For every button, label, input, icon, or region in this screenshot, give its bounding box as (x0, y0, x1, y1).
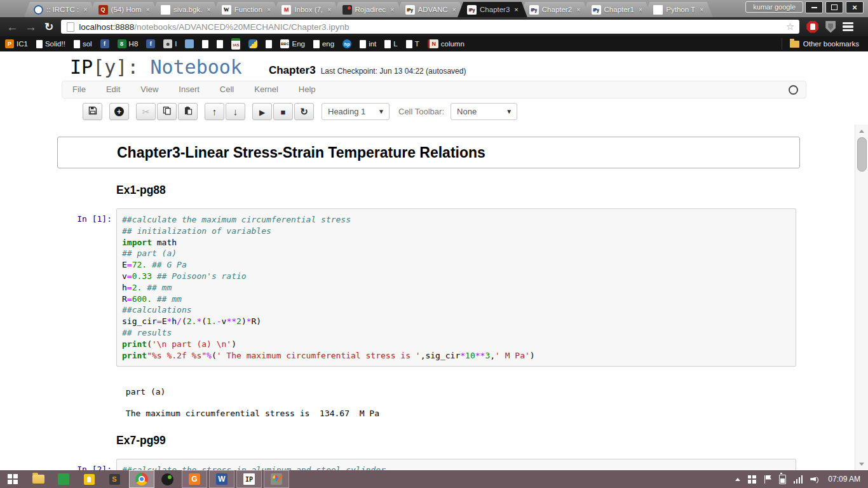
menu-file[interactable]: File (62, 81, 96, 98)
start-button[interactable] (0, 470, 25, 488)
cell-toolbar-select[interactable]: None ▼ (451, 103, 517, 120)
bookmark-item[interactable]: f (100, 39, 109, 48)
bookmark-item[interactable]: PIC1 (5, 39, 28, 48)
menu-cell[interactable]: Cell (210, 81, 244, 98)
back-button[interactable]: ← (6, 21, 18, 33)
clock[interactable]: 07:09 AM (828, 475, 860, 484)
bookmark-item[interactable] (266, 40, 272, 48)
scroll-up-arrow[interactable] (855, 126, 868, 136)
flag-icon[interactable] (764, 475, 771, 484)
bookmark-item[interactable]: ☻I (163, 39, 177, 48)
menu-kernel[interactable]: Kernel (244, 81, 288, 98)
browser-tab[interactable]: IPyChapter2× (520, 2, 590, 17)
tab-close-icon[interactable]: × (146, 6, 150, 13)
battery-icon[interactable] (779, 475, 786, 484)
selected-heading-cell[interactable]: Chapter3-Linear Stress-Strain Temperatur… (57, 137, 800, 168)
bookmark-item[interactable]: BBCEng (280, 39, 304, 48)
adblock-extension-icon[interactable] (806, 21, 818, 33)
bookmark-item[interactable] (217, 40, 223, 48)
add-cell-button[interactable]: + (109, 103, 129, 120)
browser-tab[interactable]: IPyChapter3× (458, 2, 527, 17)
browser-tab[interactable]: WFunction× (212, 2, 280, 17)
bookmark-item[interactable]: L (384, 40, 397, 48)
scrollbar-thumb[interactable] (857, 137, 867, 172)
forward-button[interactable]: → (25, 21, 37, 33)
browser-tab[interactable]: Rojadirec× (333, 2, 403, 17)
volume-icon[interactable] (810, 475, 819, 484)
minimize-button[interactable] (805, 1, 823, 13)
close-button[interactable]: × (846, 1, 864, 13)
bookmark-item[interactable] (202, 40, 208, 48)
bookmark-item[interactable]: sol (74, 40, 92, 48)
shield-extension-icon[interactable] (825, 21, 836, 33)
section-heading[interactable]: Ex7-pg99 (116, 434, 800, 447)
notes-app-button[interactable] (76, 470, 102, 488)
tab-close-icon[interactable]: × (452, 6, 456, 13)
bookmark-item[interactable]: int (360, 40, 376, 48)
browser-tab[interactable]: Python T× (644, 2, 712, 17)
cell-type-select[interactable]: Heading 1 ▼ (322, 103, 390, 120)
browser-tab[interactable]: Q(54) Hom× (89, 2, 159, 17)
chrome-button[interactable] (129, 470, 154, 488)
reload-button[interactable]: ↻ (44, 22, 53, 32)
bookmark-item[interactable]: f (146, 39, 155, 48)
section-heading[interactable]: Ex1-pg88 (116, 184, 800, 196)
tab-close-icon[interactable]: × (639, 6, 642, 13)
tab-close-icon[interactable]: × (207, 6, 210, 13)
move-down-button[interactable]: ↓ (226, 103, 245, 120)
stop-button[interactable]: ■ (273, 103, 293, 120)
url-box[interactable]: localhost:8888/notebooks/ADVANCED%20MECH… (61, 20, 799, 34)
bookmark-star-icon[interactable]: ☆ (786, 21, 794, 32)
url-text[interactable]: localhost:8888/notebooks/ADVANCED%20MECH… (79, 22, 786, 32)
paint-app-button[interactable] (264, 470, 289, 488)
code-input-area[interactable]: ##calculate the stress in aluminum and s… (116, 459, 796, 470)
bookmark-item[interactable]: Ncolumn (428, 39, 465, 48)
browser-tab[interactable]: :: IRCTC :× (24, 2, 97, 17)
bookmark-item[interactable]: IAS (231, 38, 240, 50)
tab-close-icon[interactable]: × (514, 6, 518, 13)
browser-tab[interactable]: IPyADVANC× (396, 2, 466, 17)
run-button[interactable]: ▶ (252, 103, 272, 120)
menu-help[interactable]: Help (288, 81, 326, 98)
hidden-icons-arrow[interactable] (735, 478, 740, 481)
network-icon[interactable] (794, 475, 803, 484)
profile-name[interactable]: kumar google (745, 1, 803, 13)
restart-kernel-button[interactable]: ↻ (294, 103, 314, 120)
s-app-button[interactable]: S (102, 470, 127, 488)
notebook-title[interactable]: Chapter3 (269, 64, 316, 77)
action-center-icon[interactable] (748, 475, 756, 484)
tab-close-icon[interactable]: × (327, 6, 331, 13)
other-bookmarks-button[interactable]: Other bookmarks (782, 38, 868, 50)
tab-close-icon[interactable]: × (700, 6, 703, 13)
orange-g-app-button[interactable]: G (182, 470, 207, 488)
bookmark-item[interactable]: 8H8 (118, 39, 139, 48)
browser-tab[interactable]: MInbox (7,× (272, 2, 340, 17)
bookmark-item[interactable]: hp (342, 39, 351, 48)
browser-menu-icon[interactable] (843, 22, 853, 32)
ipython-logo[interactable]: IP[y]: Notebook (70, 56, 242, 78)
browser-tab[interactable]: siva.bgk.× (151, 2, 220, 17)
bookmark-item[interactable]: T (406, 40, 419, 48)
scroll-down-arrow[interactable] (855, 459, 868, 469)
scrollbar[interactable] (855, 125, 868, 470)
bookmark-item[interactable] (248, 39, 257, 48)
file-explorer-button[interactable] (25, 470, 51, 488)
tab-close-icon[interactable]: × (83, 6, 87, 13)
code-input-area[interactable]: ##calculate the maximum circumferential … (116, 208, 796, 367)
save-button[interactable] (83, 103, 102, 120)
ipython-button[interactable]: IP (236, 470, 262, 488)
bookmark-item[interactable]: eng (313, 40, 334, 48)
dark-circle-app-button[interactable] (154, 470, 180, 488)
tab-close-icon[interactable]: × (267, 6, 271, 13)
menu-edit[interactable]: Edit (96, 81, 130, 98)
restore-button[interactable] (825, 1, 843, 13)
bookmark-item[interactable]: Solid!! (36, 40, 65, 48)
browser-tab[interactable]: IPyChapter1× (582, 2, 652, 17)
copy-cell-button[interactable] (157, 103, 177, 120)
paste-cell-button[interactable] (178, 103, 198, 120)
menu-insert[interactable]: Insert (168, 81, 210, 98)
word-button[interactable]: W (209, 470, 234, 488)
menu-view[interactable]: View (130, 81, 168, 98)
tab-close-icon[interactable]: × (390, 6, 394, 13)
move-up-button[interactable]: ↑ (205, 103, 224, 120)
